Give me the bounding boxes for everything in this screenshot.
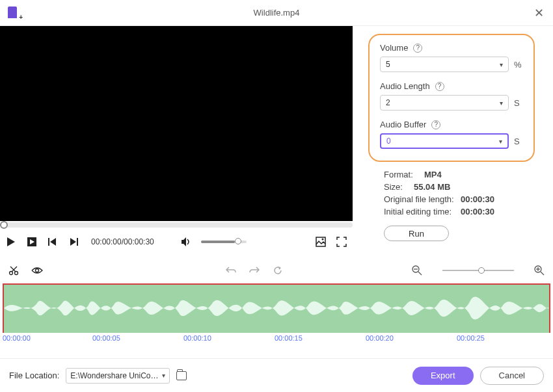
audio-length-unit: S: [514, 98, 523, 108]
audio-buffer-label: Audio Buffer: [380, 120, 426, 129]
format-value: MP4: [424, 170, 442, 179]
svg-line-20: [541, 272, 544, 275]
audio-buffer-unit: S: [514, 137, 523, 146]
playback-controls: 00:00:00/00:00:30: [0, 228, 353, 256]
volume-unit: %: [514, 60, 523, 70]
time-tick: 00:00:25: [457, 334, 485, 342]
cut-icon[interactable]: [8, 265, 20, 276]
svg-marker-15: [278, 267, 281, 270]
help-icon[interactable]: ?: [435, 82, 444, 91]
waveform[interactable]: [3, 283, 550, 333]
svg-marker-0: [7, 237, 15, 246]
audio-buffer-select[interactable]: 0▾: [380, 133, 509, 149]
undo-icon[interactable]: [225, 265, 237, 276]
chevron-down-icon: ▾: [499, 138, 502, 145]
help-icon[interactable]: ?: [413, 44, 422, 53]
cancel-button[interactable]: Cancel: [480, 367, 544, 385]
close-icon[interactable]: ✕: [532, 6, 545, 20]
folder-icon[interactable]: [176, 371, 187, 380]
size-value: 55.04 MB: [414, 182, 450, 192]
file-title: Wildlife.mp4: [254, 8, 300, 18]
zoom-out-icon[interactable]: [411, 265, 423, 276]
refresh-icon[interactable]: [272, 265, 284, 276]
next-frame-icon[interactable]: [68, 236, 79, 248]
svg-marker-4: [50, 238, 56, 246]
zoom-slider[interactable]: [442, 270, 514, 271]
volume-select[interactable]: 5▾: [380, 57, 509, 72]
fullscreen-icon[interactable]: [336, 236, 347, 248]
video-preview: [0, 26, 353, 221]
chevron-down-icon: ▾: [500, 99, 503, 107]
app-logo: +: [8, 7, 21, 20]
file-info: Format:MP4 Size:55.04 MB Original file l…: [368, 162, 535, 216]
zoom-in-icon[interactable]: [533, 265, 545, 276]
run-button[interactable]: Run: [384, 226, 449, 241]
time-tick: 00:00:05: [92, 334, 120, 342]
footer-bar: File Location: E:\Wondershare UniConvert…: [0, 358, 553, 392]
svg-point-11: [15, 272, 18, 275]
chevron-down-icon: ▾: [162, 372, 165, 379]
volume-slider[interactable]: [201, 241, 247, 243]
orig-len-value: 00:00:30: [461, 194, 494, 204]
volume-knob[interactable]: [235, 238, 241, 244]
file-location-select[interactable]: E:\Wondershare UniConverter▾: [66, 368, 170, 384]
prev-frame-icon[interactable]: [47, 236, 59, 248]
time-tick: 00:00:20: [366, 334, 394, 342]
timecode: 00:00:00/00:00:30: [91, 237, 154, 246]
snapshot-icon[interactable]: [315, 236, 327, 248]
volume-label: Volume: [380, 43, 408, 53]
format-label: Format:: [384, 170, 418, 179]
file-location-label: File Location:: [9, 371, 59, 380]
stop-icon[interactable]: [26, 236, 38, 248]
svg-point-14: [36, 269, 39, 272]
chevron-down-icon: ▾: [500, 61, 503, 68]
time-tick: 00:00:00: [3, 334, 31, 342]
edit-toolbar: [0, 260, 553, 281]
svg-line-17: [418, 272, 422, 275]
svg-marker-7: [182, 237, 186, 246]
volume-icon[interactable]: [180, 236, 192, 248]
zoom-knob[interactable]: [478, 267, 485, 274]
play-icon[interactable]: [5, 236, 17, 248]
svg-rect-6: [77, 238, 78, 246]
svg-marker-5: [70, 238, 76, 246]
seek-knob[interactable]: [0, 221, 8, 229]
export-button[interactable]: Export: [412, 367, 474, 385]
redo-icon[interactable]: [249, 265, 260, 276]
title-bar: + Wildlife.mp4 ✕: [0, 0, 553, 26]
init-time-value: 00:00:30: [461, 207, 494, 216]
init-time-label: Initial editing time:: [384, 207, 454, 216]
settings-group: Volume? 5▾ % Audio Length? 2▾ S Audio Bu…: [368, 34, 535, 162]
orig-len-label: Original file length:: [384, 194, 454, 204]
svg-point-10: [10, 272, 13, 275]
svg-point-9: [322, 239, 324, 241]
help-icon[interactable]: ?: [431, 120, 440, 129]
eye-icon[interactable]: [31, 265, 43, 276]
time-tick: 00:00:15: [275, 334, 303, 342]
timeline-ruler: 00:00:00 00:00:05 00:00:10 00:00:15 00:0…: [0, 333, 553, 346]
svg-rect-3: [48, 238, 49, 246]
audio-length-label: Audio Length: [380, 81, 430, 91]
audio-length-select[interactable]: 2▾: [380, 95, 509, 111]
time-tick: 00:00:10: [183, 334, 211, 342]
seek-bar[interactable]: [0, 222, 353, 228]
size-label: Size:: [384, 182, 407, 192]
